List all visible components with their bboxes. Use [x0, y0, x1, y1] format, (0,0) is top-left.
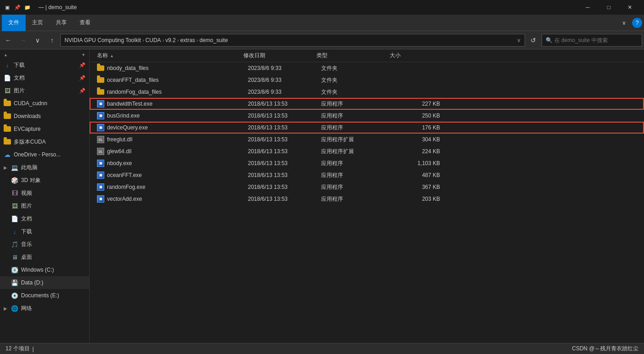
table-row[interactable]: nbody_data_files 2023/8/6 9:33 文件夹 — [90, 62, 644, 74]
table-row[interactable]: oceanFFT_data_files 2023/8/6 9:33 文件夹 — [90, 74, 644, 86]
back-button[interactable]: ← — [2, 34, 15, 47]
col-header-name[interactable]: 名称 ▲ — [97, 52, 243, 59]
sidebar-item-docse[interactable]: 💿 Documents (E:) — [0, 289, 89, 302]
address-path[interactable]: NVIDIA GPU Computing Toolkit › CUDA › v9… — [60, 34, 525, 47]
table-row[interactable]: ▣ vectorAdd.exe 2018/6/13 13:53 应用程序 203… — [90, 193, 644, 205]
col-header-type[interactable]: 类型 — [317, 52, 390, 59]
file-icon: ▣ — [97, 195, 104, 203]
minimize-button[interactable]: ─ — [577, 0, 598, 15]
file-date: 2023/8/6 9:33 — [248, 65, 321, 71]
sidebar-label: CUDA_cudnn — [14, 100, 86, 107]
sidebar-label: 此电脑 — [21, 164, 86, 172]
expand-icon: ▶ — [4, 306, 7, 311]
file-name: nbody_data_files — [107, 65, 248, 71]
sidebar-item-3d[interactable]: 🎲 3D 对象 — [0, 174, 89, 187]
watermark: CSDN @～残月青衣踏红尘 — [572, 345, 639, 353]
search-box[interactable]: 🔍 — [542, 34, 642, 47]
ribbon: 文件 主页 共享 查看 ∨ ? — [0, 15, 644, 31]
sort-arrow: ▲ — [110, 54, 114, 58]
table-row[interactable]: ▣ deviceQuery.exe 2018/6/13 13:53 应用程序 1… — [90, 122, 644, 134]
sidebar-item-onedrive[interactable]: ☁ OneDrive - Perso... — [0, 148, 89, 161]
sidebar-item-winc[interactable]: 💽 Windows (C:) — [0, 263, 89, 276]
dropdown-button[interactable]: ∨ — [31, 34, 44, 47]
col-header-size[interactable]: 大小 — [390, 52, 435, 59]
file-date: 2018/6/13 13:53 — [248, 136, 321, 143]
ribbon-tab-home[interactable]: 主页 — [26, 15, 49, 31]
sidebar-item-download2[interactable]: ↓ 下载 — [0, 225, 89, 238]
sidebar-item-downloads-qa[interactable]: ↓ 下载 📌 — [0, 59, 89, 71]
pin-icon: 📌 — [79, 62, 86, 68]
sidebar-item-network[interactable]: ▶ 🌐 网络 — [0, 302, 89, 315]
file-size: 487 KB — [394, 172, 440, 178]
forward-button[interactable]: → — [16, 34, 29, 47]
file-size: 250 KB — [394, 113, 440, 119]
table-row[interactable]: ▣ randomFog.exe 2018/6/13 13:53 应用程序 367… — [90, 181, 644, 193]
col-name-label: 名称 — [97, 52, 108, 59]
sidebar-label: 网络 — [21, 305, 86, 312]
sidebar-item-datad[interactable]: 💾 Data (D:) — [0, 276, 89, 289]
ribbon-tab-view[interactable]: 查看 — [73, 15, 97, 31]
file-list: nbody_data_files 2023/8/6 9:33 文件夹 ocean… — [90, 62, 644, 343]
folder-icon — [4, 125, 11, 133]
drive3-icon: 💿 — [11, 292, 18, 299]
file-icon: ▣ — [97, 124, 104, 131]
column-headers: 名称 ▲ 修改日期 类型 大小 — [90, 49, 644, 62]
sidebar-item-this-pc[interactable]: ▶ 💻 此电脑 — [0, 161, 89, 174]
sidebar-item-video[interactable]: 🎞 视频 — [0, 187, 89, 199]
table-row[interactable]: DL glew64.dll 2018/6/13 13:53 应用程序扩展 224… — [90, 145, 644, 157]
sidebar-item-evcapture[interactable]: EVCapture — [0, 123, 89, 135]
sidebar-label: EVCapture — [14, 126, 86, 132]
sidebar-item-picture[interactable]: 🖼 图片 — [0, 199, 89, 212]
ribbon-help-button[interactable]: ? — [632, 18, 642, 28]
table-row[interactable]: randomFog_data_files 2023/8/6 9:33 文件夹 — [90, 86, 644, 98]
sidebar-item-cuda-cudnn[interactable]: CUDA_cudnn — [0, 97, 89, 110]
file-name: busGrind.exe — [107, 113, 248, 119]
doc2-icon: 📄 — [11, 215, 18, 222]
col-header-date[interactable]: 修改日期 — [243, 52, 317, 59]
close-button[interactable]: ✕ — [619, 0, 640, 15]
table-row[interactable]: ▣ busGrind.exe 2018/6/13 13:53 应用程序 250 … — [90, 110, 644, 122]
file-name: randomFog_data_files — [107, 89, 248, 95]
sidebar-item-music[interactable]: 🎵 音乐 — [0, 238, 89, 251]
sidebar-item-doc2[interactable]: 📄 文档 — [0, 212, 89, 225]
up-button[interactable]: ↑ — [46, 34, 59, 47]
path-part-3: v9.2 — [166, 37, 176, 43]
file-icon: ▣ — [97, 172, 104, 179]
sidebar-label: 图片 — [14, 87, 76, 95]
maximize-button[interactable]: □ — [598, 0, 619, 15]
file-date: 2018/6/13 13:53 — [248, 160, 321, 166]
table-row[interactable]: ▣ oceanFFT.exe 2018/6/13 13:53 应用程序 487 … — [90, 169, 644, 181]
search-input[interactable] — [554, 37, 638, 43]
file-name: deviceQuery.exe — [107, 124, 248, 131]
refresh-button[interactable]: ↺ — [527, 34, 540, 47]
file-name: vectorAdd.exe — [107, 196, 248, 202]
file-icon: DL — [97, 136, 104, 143]
file-type: 应用程序 — [321, 160, 394, 167]
file-date: 2018/6/13 13:53 — [248, 148, 321, 155]
path-part-2: CUDA — [145, 37, 161, 43]
path-sep-1: › — [142, 38, 144, 43]
sidebar-item-docs-qa[interactable]: 📄 文档 📌 — [0, 71, 89, 84]
sidebar-item-desktop[interactable]: 🖥 桌面 — [0, 251, 89, 263]
ribbon-tab-file[interactable]: 文件 — [2, 15, 26, 31]
ribbon-collapse-button[interactable]: ∨ — [617, 16, 630, 29]
folder-icon — [4, 113, 11, 120]
sidebar-label: 文档 — [21, 215, 86, 223]
ribbon-tab-share[interactable]: 共享 — [49, 15, 73, 31]
file-type: 应用程序 — [321, 124, 394, 132]
sidebar-item-pics-qa[interactable]: 🖼 图片 📌 — [0, 84, 89, 97]
sidebar-item-multi-cuda[interactable]: 多版本CUDA — [0, 135, 89, 148]
table-row[interactable]: DL freeglut.dll 2018/6/13 13:53 应用程序扩展 3… — [90, 134, 644, 145]
sidebar-label: 视频 — [21, 189, 86, 197]
file-name: oceanFFT_data_files — [107, 77, 248, 83]
3d-icon: 🎲 — [11, 177, 18, 184]
onedrive-icon: ☁ — [4, 151, 11, 158]
sidebar-label: Windows (C:) — [21, 267, 86, 273]
file-name: freeglut.dll — [107, 136, 248, 143]
col-type-label: 类型 — [317, 52, 327, 59]
table-row[interactable]: ▣ bandwidthTest.exe 2018/6/13 13:53 应用程序… — [90, 98, 644, 110]
title-bar-controls: ─ □ ✕ — [577, 0, 640, 15]
sidebar-item-downloads[interactable]: Downloads — [0, 110, 89, 123]
table-row[interactable]: ▣ nbody.exe 2018/6/13 13:53 应用程序 1,103 K… — [90, 157, 644, 169]
doc-icon: 📄 — [4, 74, 11, 81]
